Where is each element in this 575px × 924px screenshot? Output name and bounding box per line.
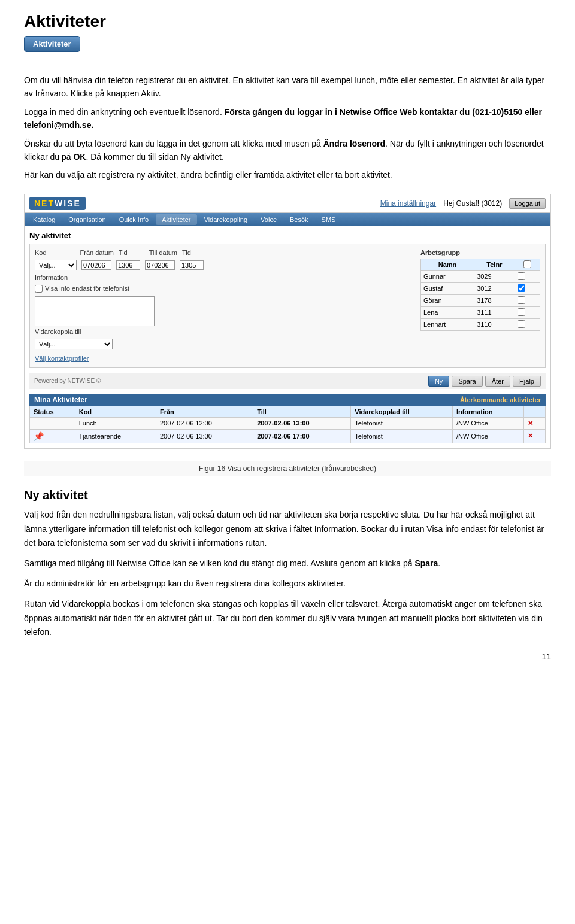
hjalp-button[interactable]: Hjälp bbox=[513, 376, 541, 387]
till-datum-input[interactable] bbox=[145, 260, 175, 270]
logout-button[interactable]: Logga ut bbox=[509, 198, 546, 209]
ater-button[interactable]: Åter bbox=[485, 376, 510, 387]
arbetsgrupp-check-1[interactable] bbox=[515, 282, 540, 294]
tid1-input[interactable] bbox=[116, 260, 140, 270]
arbetsgrupp-checkbox-3[interactable] bbox=[518, 308, 525, 316]
arbetsgrupp-row: Lena 3111 bbox=[421, 306, 540, 318]
delete-icon-2[interactable]: ✕ bbox=[528, 432, 533, 439]
status-cell bbox=[30, 417, 75, 429]
arbetsgrupp-check-3[interactable] bbox=[515, 306, 540, 318]
select-all-checkbox[interactable] bbox=[523, 260, 531, 268]
checkbox-row: Visa info endast för telefonist bbox=[35, 285, 413, 293]
col-telnr: Telnr bbox=[474, 259, 515, 270]
settings-link[interactable]: Mina inställningar bbox=[380, 199, 436, 208]
nw-footer-bar: Powered by NETWISE © Ny Spara Åter Hjälp bbox=[29, 373, 546, 389]
arbetsgrupp-checkbox-0[interactable] bbox=[518, 272, 525, 280]
kod-label: Kod bbox=[35, 249, 47, 256]
arbetsgrupp-telnr-4: 3110 bbox=[474, 318, 515, 330]
kontaktprofiler-link[interactable]: Välj kontaktprofiler bbox=[35, 355, 89, 362]
table-row: 📌 Tjänsteärende 2007-02-06 13:00 2007-02… bbox=[30, 429, 546, 443]
nw-main-content: Ny aktivitet Kod Från datum Tid Till dat… bbox=[25, 226, 550, 448]
spara-button[interactable]: Spara bbox=[452, 376, 482, 387]
ny-aktivitet-heading: Ny aktivitet bbox=[24, 488, 551, 502]
arbetsgrupp-section: Arbetsgrupp Namn Telnr bbox=[420, 249, 540, 363]
delete-cell-2[interactable]: ✕ bbox=[524, 429, 546, 443]
arbetsgrupp-telnr-3: 3111 bbox=[474, 306, 515, 318]
arbetsgrupp-checkbox-1[interactable] bbox=[518, 284, 525, 292]
col-check bbox=[515, 259, 540, 270]
aktiviteter-button[interactable]: Aktiviteter bbox=[24, 36, 80, 52]
arbetsgrupp-naam-1: Gustaf bbox=[421, 282, 474, 294]
vidarekopplad-cell: Telefonist bbox=[351, 417, 453, 429]
nav-organisation[interactable]: Organisation bbox=[62, 214, 111, 225]
kod-cell-2: Tjänsteärende bbox=[75, 429, 156, 443]
nw-nav-bar: Katalog Organisation Quick Info Aktivite… bbox=[25, 213, 550, 226]
arbetsgrupp-checkbox-4[interactable] bbox=[518, 320, 525, 328]
ny-aktivitet-title: Ny aktivitet bbox=[29, 231, 546, 240]
col-delete bbox=[524, 406, 546, 417]
arbetsgrupp-check-0[interactable] bbox=[515, 270, 540, 282]
col-info: Information bbox=[452, 406, 523, 417]
vidarekoppla-label: Vidarekoppla till bbox=[35, 328, 81, 335]
delete-cell[interactable]: ✕ bbox=[524, 417, 546, 429]
kod-select[interactable]: Välj... bbox=[35, 260, 77, 270]
arbetsgrupp-naam-2: Göran bbox=[421, 294, 474, 306]
recurring-link[interactable]: Återkommande aktiviteter bbox=[460, 396, 541, 403]
info-cell-2: /NW Office bbox=[452, 429, 523, 443]
arbetsgrupp-check-2[interactable] bbox=[515, 294, 540, 306]
mina-aktiviteter-section: Mina Aktiviteter Återkommande aktivitete… bbox=[29, 394, 546, 443]
nav-besok[interactable]: Besök bbox=[284, 214, 314, 225]
form-row-info-label: Information bbox=[35, 274, 413, 281]
nav-quick-info[interactable]: Quick Info bbox=[113, 214, 155, 225]
info-cell: /NW Office bbox=[452, 417, 523, 429]
info-textarea[interactable] bbox=[35, 296, 155, 326]
arbetsgrupp-row: Gustaf 3012 bbox=[421, 282, 540, 294]
mina-table: Status Kod Från Till Vidarekopplad till … bbox=[29, 406, 546, 443]
nav-voice[interactable]: Voice bbox=[255, 214, 283, 225]
delete-icon[interactable]: ✕ bbox=[528, 420, 533, 427]
mina-akt-header: Mina Aktiviteter Återkommande aktivitete… bbox=[29, 394, 546, 406]
table-row: Lunch 2007-02-06 12:00 2007-02-06 13:00 … bbox=[30, 417, 546, 429]
nw-header: NETWISE Mina inställningar Hej Gustaf! (… bbox=[25, 194, 550, 213]
nav-vidarekoppling[interactable]: Vidarekoppling bbox=[198, 214, 254, 225]
tid-label2: Tid bbox=[182, 249, 191, 256]
arbetsgrupp-telnr-0: 3029 bbox=[474, 270, 515, 282]
form-left: Kod Från datum Tid Till datum Tid Välj..… bbox=[35, 249, 413, 363]
till-cell: 2007-02-06 13:00 bbox=[253, 417, 351, 429]
fran-cell-2: 2007-02-06 13:00 bbox=[156, 429, 253, 443]
intro-para-4: Här kan du välja att registrera ny aktiv… bbox=[24, 168, 551, 181]
arbetsgrupp-naam-4: Lennart bbox=[421, 318, 474, 330]
nav-sms[interactable]: SMS bbox=[316, 214, 342, 225]
vidarekopplad-cell-2: Telefonist bbox=[351, 429, 453, 443]
logo-wise: WISE bbox=[55, 199, 81, 208]
page-title: Aktiviteter bbox=[24, 12, 551, 31]
body-para-1: Välj kod från den nedrullningsbara lista… bbox=[24, 508, 551, 551]
body-text-section: Välj kod från den nedrullningsbara lista… bbox=[24, 508, 551, 640]
user-info: Hej Gustaf! (3012) bbox=[443, 199, 502, 208]
tid2-input[interactable] bbox=[180, 260, 204, 270]
col-till: Till bbox=[253, 406, 351, 417]
nav-katalog[interactable]: Katalog bbox=[27, 214, 61, 225]
ny-button[interactable]: Ny bbox=[428, 376, 449, 387]
checkbox-label: Visa info endast för telefonist bbox=[45, 285, 129, 292]
fran-datum-input[interactable] bbox=[81, 260, 111, 270]
arbetsgrupp-row: Göran 3178 bbox=[421, 294, 540, 306]
nav-aktiviteter[interactable]: Aktiviteter bbox=[156, 214, 196, 225]
visa-info-checkbox[interactable] bbox=[35, 285, 43, 293]
page-number: 11 bbox=[24, 652, 551, 661]
arbetsgrupp-telnr-2: 3178 bbox=[474, 294, 515, 306]
arbetsgrupp-row: Gunnar 3029 bbox=[421, 270, 540, 282]
status-cell-2: 📌 bbox=[30, 429, 75, 443]
till-datum-label: Till datum bbox=[149, 249, 177, 256]
intro-section: Om du vill hänvisa din telefon registrer… bbox=[24, 74, 551, 182]
form-row-inputs: Välj... bbox=[35, 260, 413, 270]
arbetsgrupp-telnr-1: 3012 bbox=[474, 282, 515, 294]
arbetsgrupp-check-4[interactable] bbox=[515, 318, 540, 330]
vidarekoppla-select[interactable]: Välj... bbox=[35, 339, 113, 349]
vidarekoppla-label-row: Vidarekoppla till bbox=[35, 328, 413, 335]
kod-cell: Lunch bbox=[75, 417, 156, 429]
arbetsgrupp-naam-0: Gunnar bbox=[421, 270, 474, 282]
body-para-4: Rutan vid Vidarekoppla bockas i om telef… bbox=[24, 597, 551, 640]
arbetsgrupp-checkbox-2[interactable] bbox=[518, 296, 525, 304]
action-buttons: Ny Spara Åter Hjälp bbox=[428, 376, 541, 387]
